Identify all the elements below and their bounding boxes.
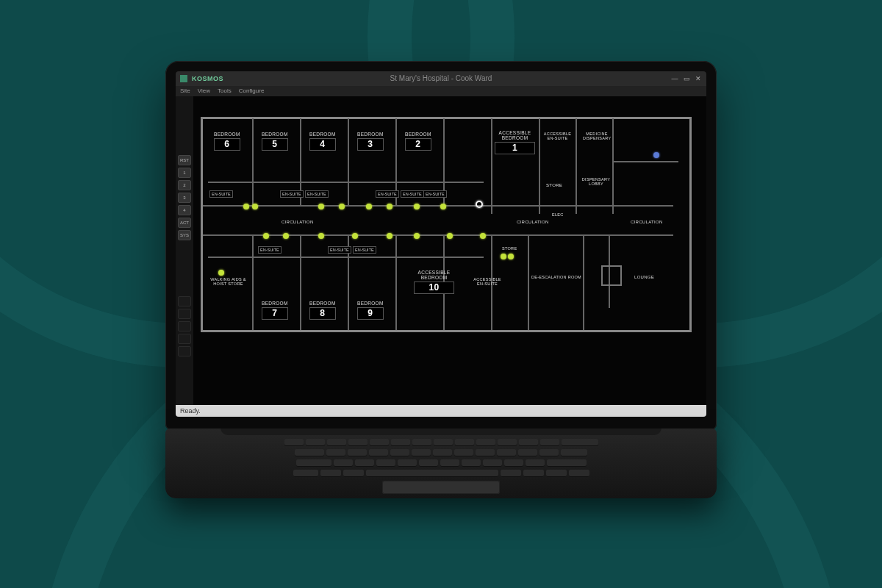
- tool-sys[interactable]: SYS: [178, 230, 191, 240]
- wall: [252, 234, 254, 330]
- tool-3[interactable]: 3: [178, 193, 191, 203]
- ensuite-label: EN-SUITE: [353, 246, 376, 254]
- room-bedroom-8: BEDROOM8: [309, 301, 336, 320]
- ensuite-label: EN-SUITE: [401, 190, 424, 198]
- wall: [583, 234, 584, 330]
- sensor-dot[interactable]: [318, 204, 324, 209]
- tool-blank[interactable]: [178, 309, 191, 319]
- tool-4[interactable]: 4: [178, 205, 191, 215]
- keyboard-row: [165, 439, 717, 446]
- wall: [252, 118, 254, 205]
- sensor-blue[interactable]: [653, 152, 659, 158]
- left-toolbar: RST 1 2 3 4 ACT SYS: [176, 96, 193, 405]
- tool-act[interactable]: ACT: [178, 218, 191, 228]
- ensuite-label: EN-SUITE: [423, 190, 447, 198]
- room-bedroom-2: BEDROOM2: [405, 132, 431, 151]
- wall: [395, 234, 397, 330]
- room-bedroom-6: BEDROOM6: [214, 132, 240, 151]
- sensor-dot[interactable]: [283, 233, 289, 239]
- tool-1[interactable]: 1: [178, 168, 191, 178]
- wall: [539, 118, 540, 214]
- ensuite-label: EN-SUITE: [328, 246, 351, 254]
- room-bedroom-4: BEDROOM4: [309, 132, 336, 151]
- laptop-mockup: KOSMOS St Mary's Hospital - Cook Ward — …: [165, 61, 717, 498]
- menu-tools[interactable]: Tools: [218, 87, 232, 94]
- floorplan-canvas[interactable]: BEDROOM6 BEDROOM5 BEDROOM4 BEDROOM3 BEDR…: [193, 96, 706, 405]
- room-lounge: LOUNGE: [634, 275, 654, 280]
- tool-blank[interactable]: [178, 334, 191, 344]
- trackpad: [382, 481, 500, 494]
- ensuite-label: EN-SUITE: [209, 190, 233, 198]
- sensor-dot[interactable]: [352, 233, 358, 239]
- sensor-dot[interactable]: [387, 233, 392, 239]
- sensor-dot[interactable]: [447, 233, 453, 239]
- room-bedroom-5: BEDROOM5: [262, 132, 288, 151]
- wall: [203, 234, 673, 236]
- document-title: St Mary's Hospital - Cook Ward: [176, 74, 706, 82]
- sensor-dot[interactable]: [501, 254, 506, 259]
- wall: [348, 118, 349, 205]
- tool-blank[interactable]: [178, 346, 191, 356]
- menubar: Site View Tools Configure: [176, 86, 706, 96]
- minimize-button[interactable]: —: [671, 75, 678, 82]
- room-dispensary-lobby: DISPENSARY LOBBY: [581, 177, 611, 186]
- maximize-button[interactable]: ▭: [683, 75, 690, 82]
- room-bedroom-3: BEDROOM3: [357, 132, 384, 151]
- room-deescalation: DE-ESCALATION ROOM: [531, 275, 581, 279]
- menu-site[interactable]: Site: [180, 87, 190, 94]
- sensor-dot[interactable]: [252, 204, 258, 209]
- wall: [201, 330, 583, 332]
- sensor-dot[interactable]: [387, 204, 392, 209]
- wall: [208, 257, 484, 258]
- label-circulation: CIRCULATION: [282, 220, 314, 225]
- ensuite-label: EN-SUITE: [258, 246, 282, 254]
- wall: [491, 118, 492, 214]
- menu-configure[interactable]: Configure: [239, 87, 265, 94]
- keyboard-row: [165, 449, 717, 456]
- sensor-dot[interactable]: [318, 233, 324, 239]
- sensor-dot[interactable]: [414, 233, 420, 239]
- tool-blank[interactable]: [178, 296, 191, 306]
- sensor-dot[interactable]: [414, 204, 420, 209]
- statusbar: Ready.: [176, 405, 706, 417]
- sensor-dot[interactable]: [263, 233, 269, 239]
- room-accessible-bedroom-1: ACCESSIBLE BEDROOM1: [495, 130, 535, 154]
- room-accessible-bedroom-10: ACCESSIBLE BEDROOM10: [414, 270, 454, 294]
- floorplan: BEDROOM6 BEDROOM5 BEDROOM4 BEDROOM3 BEDR…: [201, 110, 692, 383]
- sensor-dot[interactable]: [366, 204, 372, 209]
- room-accessible-ensuite: ACCESSIBLE EN-SUITE: [541, 132, 574, 140]
- keyboard-deck: [165, 429, 717, 498]
- wall: [208, 182, 484, 183]
- laptop-hinge: [220, 429, 662, 435]
- tool-rst[interactable]: RST: [178, 155, 191, 165]
- tool-2[interactable]: 2: [178, 180, 191, 190]
- sensor-dot[interactable]: [339, 204, 345, 209]
- room-medicine-dispensary: MEDICINE DISPENSARY: [583, 132, 611, 140]
- wall: [581, 330, 692, 332]
- wall: [689, 117, 692, 330]
- room-walking-aids: WALKING AIDS & HOIST STORE: [208, 277, 248, 286]
- label-circulation: CIRCULATION: [631, 220, 663, 225]
- ensuite-label: EN-SUITE: [376, 190, 399, 198]
- status-text: Ready.: [180, 407, 201, 415]
- app-body: RST 1 2 3 4 ACT SYS: [176, 96, 706, 405]
- room-elec: ELEC: [552, 212, 564, 217]
- sensor-dot[interactable]: [508, 254, 514, 259]
- screen-bezel: KOSMOS St Mary's Hospital - Cook Ward — …: [165, 61, 717, 430]
- room-store-2: STORE: [502, 246, 517, 251]
- lounge-furniture-icon: [601, 265, 622, 286]
- wall: [576, 118, 577, 214]
- wall: [203, 205, 673, 207]
- sensor-dot[interactable]: [440, 204, 446, 209]
- sensor-dot[interactable]: [480, 233, 486, 239]
- label-circulation: CIRCULATION: [517, 220, 549, 225]
- close-button[interactable]: ✕: [695, 75, 702, 82]
- sensor-alert[interactable]: [476, 201, 483, 208]
- sensor-dot[interactable]: [243, 204, 249, 209]
- room-store: STORE: [546, 183, 562, 188]
- tool-blank[interactable]: [178, 321, 191, 331]
- wall: [201, 117, 692, 119]
- wall: [528, 234, 529, 330]
- menu-view[interactable]: View: [198, 87, 210, 94]
- sensor-dot[interactable]: [218, 270, 224, 276]
